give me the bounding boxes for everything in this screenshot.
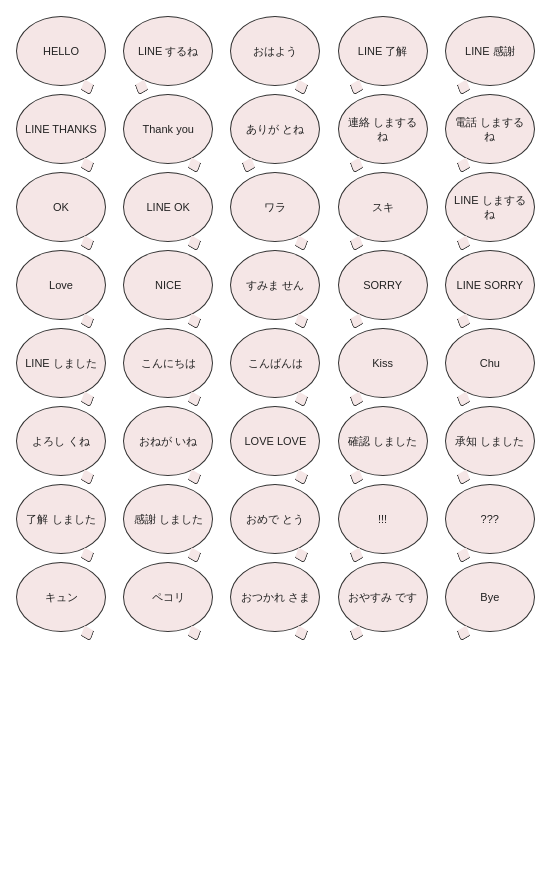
emoji-bubble-17[interactable]: NICE <box>123 250 213 320</box>
emoji-bubble-34[interactable]: !!! <box>338 484 428 554</box>
emoji-bubble-36[interactable]: キュン <box>16 562 106 632</box>
emoji-bubble-1[interactable]: HELLO <box>16 16 106 86</box>
emoji-bubble-25[interactable]: Chu <box>445 328 535 398</box>
emoji-bubble-12[interactable]: LINE OK <box>123 172 213 242</box>
emoji-bubble-11[interactable]: OK <box>16 172 106 242</box>
emoji-bubble-21[interactable]: LINE しました <box>16 328 106 398</box>
emoji-bubble-19[interactable]: SORRY <box>338 250 428 320</box>
emoji-bubble-3[interactable]: おはよう <box>230 16 320 86</box>
emoji-bubble-28[interactable]: LOVE LOVE <box>230 406 320 476</box>
emoji-bubble-5[interactable]: LINE 感謝 <box>445 16 535 86</box>
emoji-bubble-15[interactable]: LINE しまするね <box>445 172 535 242</box>
emoji-bubble-35[interactable]: ??? <box>445 484 535 554</box>
emoji-bubble-26[interactable]: よろし くね <box>16 406 106 476</box>
emoji-bubble-32[interactable]: 感謝 しました <box>123 484 213 554</box>
emoji-bubble-37[interactable]: ペコリ <box>123 562 213 632</box>
emoji-bubble-31[interactable]: 了解 しました <box>16 484 106 554</box>
emoji-bubble-18[interactable]: すみま せん <box>230 250 320 320</box>
emoji-bubble-22[interactable]: こんにちは <box>123 328 213 398</box>
emoji-bubble-10[interactable]: 電話 しまするね <box>445 94 535 164</box>
emoji-bubble-4[interactable]: LINE 了解 <box>338 16 428 86</box>
emoji-bubble-9[interactable]: 連絡 しまするね <box>338 94 428 164</box>
emoji-grid: HELLOLINE するねおはようLINE 了解LINE 感謝LINE THAN… <box>0 0 560 648</box>
emoji-bubble-14[interactable]: スキ <box>338 172 428 242</box>
emoji-bubble-16[interactable]: Love <box>16 250 106 320</box>
emoji-bubble-8[interactable]: ありが とね <box>230 94 320 164</box>
emoji-bubble-38[interactable]: おつかれ さま <box>230 562 320 632</box>
emoji-bubble-33[interactable]: おめで とう <box>230 484 320 554</box>
emoji-bubble-24[interactable]: Kiss <box>338 328 428 398</box>
emoji-bubble-27[interactable]: おねが いね <box>123 406 213 476</box>
emoji-bubble-13[interactable]: ワラ <box>230 172 320 242</box>
emoji-bubble-23[interactable]: こんばんは <box>230 328 320 398</box>
emoji-bubble-7[interactable]: Thank you <box>123 94 213 164</box>
emoji-bubble-39[interactable]: おやすみ です <box>338 562 428 632</box>
emoji-bubble-40[interactable]: Bye <box>445 562 535 632</box>
emoji-bubble-30[interactable]: 承知 しました <box>445 406 535 476</box>
emoji-bubble-20[interactable]: LINE SORRY <box>445 250 535 320</box>
emoji-bubble-29[interactable]: 確認 しました <box>338 406 428 476</box>
emoji-bubble-6[interactable]: LINE THANKS <box>16 94 106 164</box>
emoji-bubble-2[interactable]: LINE するね <box>123 16 213 86</box>
